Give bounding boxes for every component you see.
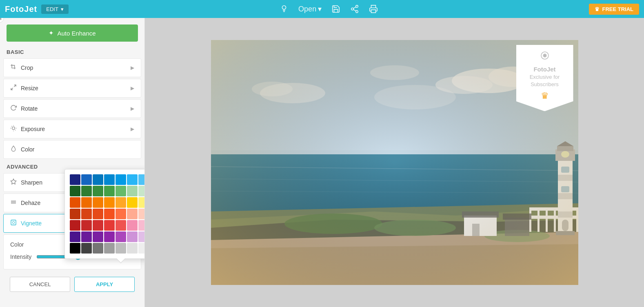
color-cell[interactable] — [138, 197, 145, 208]
rotate-menu-item[interactable]: Rotate ▶ — [3, 99, 141, 118]
color-cell[interactable] — [127, 231, 138, 242]
open-label: Open — [298, 5, 316, 13]
color-cell[interactable] — [115, 231, 126, 242]
color-cell[interactable] — [127, 209, 138, 219]
color-cell[interactable] — [127, 186, 138, 196]
popup-arrow — [117, 258, 125, 263]
svg-line-5 — [353, 7, 356, 9]
color-cell[interactable] — [70, 174, 80, 185]
color-cell[interactable] — [138, 243, 145, 254]
intensity-label: Intensity — [10, 254, 31, 260]
auto-enhance-label: Auto Enhance — [57, 30, 95, 37]
crop-menu-item[interactable]: Crop ▶ — [3, 58, 141, 77]
exposure-menu-item[interactable]: Exposure ▶ — [3, 120, 141, 138]
color-cell[interactable] — [104, 220, 115, 231]
color-cell[interactable] — [81, 220, 92, 231]
lightbulb-button[interactable] — [280, 4, 289, 13]
svg-point-21 — [12, 221, 14, 223]
sparkle-icon: ✦ — [49, 29, 54, 37]
color-cell[interactable] — [81, 174, 92, 185]
color-cell[interactable] — [81, 231, 92, 242]
color-cell[interactable] — [70, 231, 80, 242]
edit-button[interactable]: EDIT ▾ — [41, 4, 69, 14]
auto-enhance-button[interactable]: ✦ Auto Enhance — [7, 24, 138, 42]
apply-button[interactable]: APPLY — [74, 277, 135, 292]
color-cell[interactable] — [93, 220, 103, 231]
color-cell[interactable] — [115, 186, 126, 196]
svg-rect-20 — [11, 220, 16, 225]
save-button[interactable] — [331, 4, 340, 13]
color-cell[interactable] — [115, 243, 126, 254]
sidebar-collapse-arrow[interactable]: ◀ — [0, 18, 4, 23]
color-cell[interactable] — [115, 209, 126, 219]
color-cell[interactable] — [81, 197, 92, 208]
color-cell[interactable] — [138, 231, 145, 242]
color-menu-item[interactable]: Color — [3, 140, 141, 159]
resize-label: Resize — [21, 85, 38, 91]
color-cell[interactable] — [138, 220, 145, 231]
watermark-crown-icon: ♛ — [524, 91, 566, 101]
app-logo: FotoJet — [5, 4, 37, 14]
watermark-line1: Exclusive for — [524, 73, 566, 81]
color-cell[interactable] — [93, 186, 103, 196]
color-cell[interactable] — [104, 186, 115, 196]
color-drop-icon — [10, 145, 17, 154]
bottom-buttons: CANCEL APPLY — [3, 272, 141, 297]
sharpen-menu-left: Sharpen — [10, 178, 42, 187]
color-cell[interactable] — [138, 209, 145, 219]
color-cell[interactable] — [138, 174, 145, 185]
color-cell[interactable] — [104, 231, 115, 242]
color-cell[interactable] — [70, 220, 80, 231]
svg-point-2 — [351, 8, 354, 10]
color-cell[interactable] — [81, 243, 92, 254]
sharpen-icon — [10, 178, 17, 187]
svg-line-13 — [15, 130, 16, 130]
color-cell[interactable] — [93, 197, 103, 208]
color-cell[interactable] — [104, 243, 115, 254]
rotate-menu-left: Rotate — [10, 105, 38, 113]
svg-point-0 — [282, 6, 286, 9]
color-cell[interactable] — [115, 174, 126, 185]
open-button[interactable]: Open ▾ — [298, 4, 322, 13]
color-cell[interactable] — [70, 197, 80, 208]
resize-icon — [10, 84, 17, 92]
resize-menu-item[interactable]: Resize ▶ — [3, 79, 141, 98]
color-cell[interactable] — [81, 209, 92, 219]
sidebar: ◀ ✦ Auto Enhance BASIC Crop ▶ Resize — [0, 18, 145, 307]
color-cell[interactable] — [115, 197, 126, 208]
color-cell[interactable] — [70, 243, 80, 254]
color-cell[interactable] — [127, 197, 138, 208]
resize-menu-left: Resize — [10, 84, 38, 92]
color-cell[interactable] — [127, 220, 138, 231]
color-cell[interactable] — [138, 186, 145, 196]
svg-rect-6 — [371, 10, 376, 13]
color-cell[interactable] — [104, 209, 115, 219]
sharpen-label: Sharpen — [21, 179, 42, 186]
open-chevron-icon: ▾ — [318, 4, 322, 13]
svg-line-12 — [11, 126, 12, 127]
color-cell[interactable] — [93, 231, 103, 242]
svg-point-3 — [356, 11, 358, 13]
color-cell[interactable] — [81, 186, 92, 196]
print-button[interactable] — [369, 4, 378, 13]
free-trial-button[interactable]: ♛ FREE TRIAL — [589, 4, 639, 15]
color-cell[interactable] — [93, 209, 103, 219]
color-cell[interactable] — [115, 220, 126, 231]
cancel-button[interactable]: CANCEL — [10, 277, 70, 292]
color-cell[interactable] — [93, 243, 103, 254]
exposure-arrow-icon: ▶ — [131, 126, 134, 132]
chevron-down-icon: ▾ — [61, 6, 64, 12]
color-cell[interactable] — [70, 186, 80, 196]
dehaze-icon — [10, 199, 17, 207]
color-cell[interactable] — [104, 174, 115, 185]
color-cell[interactable] — [70, 209, 80, 219]
resize-arrow-icon: ▶ — [131, 85, 134, 91]
exposure-menu-left: Exposure — [10, 125, 45, 133]
color-cell[interactable] — [127, 174, 138, 185]
color-cell[interactable] — [104, 197, 115, 208]
watermark-brand: FotoJet — [524, 65, 566, 73]
color-cell[interactable] — [127, 243, 138, 254]
color-cell[interactable] — [93, 174, 103, 185]
basic-section-title: BASIC — [0, 45, 144, 58]
share-button[interactable] — [350, 4, 359, 13]
